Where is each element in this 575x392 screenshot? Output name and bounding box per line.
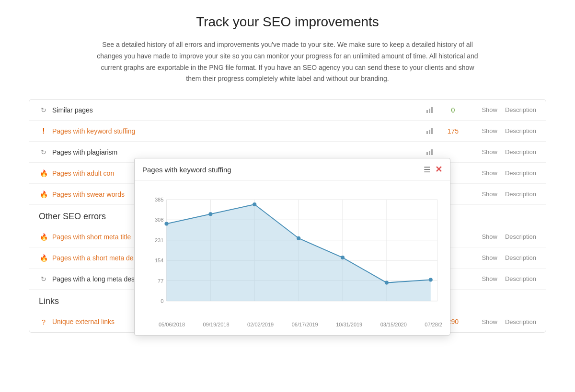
hamburger-icon[interactable]: ☰ — [424, 165, 430, 174]
data-point — [297, 236, 300, 240]
data-point — [253, 202, 256, 206]
description-link[interactable]: Description — [505, 127, 536, 134]
show-link[interactable]: Show — [482, 148, 497, 156]
svg-rect-1 — [429, 109, 430, 113]
data-point — [208, 212, 212, 216]
x-axis-labels: 05/06/2018 09/19/2018 02/02/2019 06/17/2… — [135, 322, 450, 327]
close-icon[interactable]: ✕ — [435, 164, 442, 175]
description-link[interactable]: Description — [505, 169, 536, 177]
show-link[interactable]: Show — [482, 233, 497, 240]
show-link[interactable]: Show — [482, 106, 497, 113]
description-link[interactable]: Description — [505, 106, 536, 113]
svg-rect-0 — [426, 110, 428, 113]
row-actions: Show Description — [482, 148, 536, 156]
x-label: 09/19/2018 — [203, 322, 230, 327]
chart-popup-controls: ☰ ✕ — [424, 164, 442, 175]
description-link[interactable]: Description — [505, 233, 536, 240]
table-row: ! Pages with keyword stuffing 175 Show D… — [29, 121, 546, 142]
row-actions: Show Description — [482, 190, 536, 198]
chart-area: 385 308 231 154 77 0 — [135, 181, 450, 322]
x-label: 03/15/2020 — [380, 322, 407, 327]
row-actions: Show Description — [482, 318, 536, 325]
chart-icon-keyword[interactable] — [424, 127, 434, 135]
data-point — [341, 256, 345, 259]
x-label: 07/28/2 — [425, 322, 442, 327]
x-label: 10/31/2019 — [336, 322, 362, 327]
x-label: 05/06/2018 — [159, 322, 185, 327]
description-link[interactable]: Description — [505, 254, 536, 261]
svg-text:231: 231 — [155, 237, 164, 243]
table-row: ↻ Similar pages 0 Show Description — [29, 100, 546, 121]
page-description: See a detailed history of all errors and… — [96, 39, 479, 85]
chart-icon-similar[interactable] — [424, 106, 434, 114]
warning-icon: ! — [39, 127, 48, 135]
row-actions: Show Description — [482, 169, 536, 177]
row-value: 0 — [434, 106, 472, 114]
svg-rect-7 — [429, 151, 430, 155]
row-label: Pages with plagiarism — [52, 148, 424, 156]
x-label: 02/02/2019 — [247, 322, 274, 327]
svg-text:0: 0 — [161, 298, 163, 304]
row-actions: Show Description — [482, 106, 536, 113]
svg-text:154: 154 — [155, 258, 164, 263]
description-link[interactable]: Description — [505, 318, 536, 325]
refresh-icon: ↻ — [39, 148, 48, 156]
svg-rect-2 — [431, 107, 433, 113]
fire-icon: 🔥 — [39, 233, 48, 241]
row-actions: Show Description — [482, 233, 536, 240]
row-value: 175 — [434, 127, 472, 135]
row-label: Pages with keyword stuffing — [52, 127, 424, 135]
fire-icon: 🔥 — [39, 190, 48, 198]
row-actions: Show Description — [482, 127, 536, 134]
fire-icon: 🔥 — [39, 169, 48, 177]
svg-rect-8 — [431, 149, 433, 155]
data-point — [164, 222, 168, 225]
svg-text:385: 385 — [155, 197, 164, 202]
x-label: 06/17/2019 — [292, 322, 318, 327]
row-label: Similar pages — [52, 106, 424, 114]
data-point — [385, 281, 389, 285]
svg-rect-3 — [426, 131, 428, 134]
svg-rect-5 — [431, 128, 433, 134]
refresh-icon: ↻ — [39, 275, 48, 283]
show-link[interactable]: Show — [482, 254, 497, 261]
svg-text:308: 308 — [155, 217, 164, 223]
data-point — [429, 278, 433, 282]
show-link[interactable]: Show — [482, 127, 497, 134]
chart-popup-header: Pages with keyword stuffing ☰ ✕ — [135, 158, 450, 181]
page-title: Track your SEO improvements — [29, 14, 546, 30]
chart-popup: Pages with keyword stuffing ☰ ✕ 385 308 — [134, 158, 450, 336]
show-link[interactable]: Show — [482, 169, 497, 177]
svg-rect-4 — [429, 130, 430, 134]
description-link[interactable]: Description — [505, 275, 536, 282]
show-link[interactable]: Show — [482, 190, 497, 198]
description-link[interactable]: Description — [505, 148, 536, 156]
fire-icon: 🔥 — [39, 254, 48, 262]
circle-question-icon: ? — [39, 318, 48, 326]
refresh-icon: ↻ — [39, 106, 48, 114]
chart-icon-plagiarism[interactable] — [424, 148, 434, 157]
show-link[interactable]: Show — [482, 318, 497, 325]
line-chart-svg: 385 308 231 154 77 0 — [142, 186, 442, 320]
chart-popup-title: Pages with keyword stuffing — [142, 166, 231, 174]
svg-rect-6 — [426, 152, 428, 155]
row-actions: Show Description — [482, 275, 536, 282]
show-link[interactable]: Show — [482, 275, 497, 282]
svg-text:77: 77 — [158, 278, 163, 284]
description-link[interactable]: Description — [505, 190, 536, 198]
row-actions: Show Description — [482, 254, 536, 261]
